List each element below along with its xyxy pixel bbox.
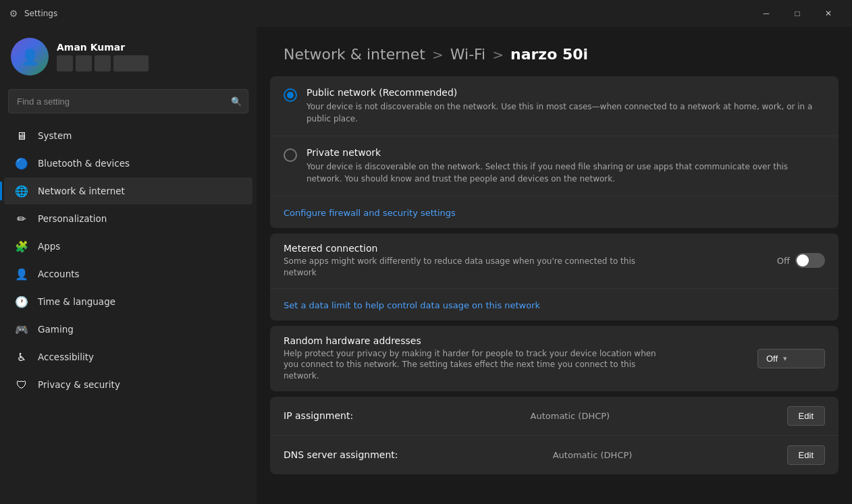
metered-desc: Some apps might work differently to redu… (284, 256, 662, 279)
sidebar-item-bluetooth[interactable]: 🔵 Bluetooth & devices (4, 150, 252, 177)
ip-section: IP assignment: Automatic (DHCP) Edit DNS… (270, 397, 838, 474)
breadcrumb-sep-2: > (492, 47, 504, 63)
sidebar-item-privacy[interactable]: 🛡 Privacy & security (4, 371, 252, 398)
private-network-title: Private network (307, 147, 825, 158)
sidebar-label-network: Network & internet (38, 186, 125, 196)
nav-list: 🖥 System 🔵 Bluetooth & devices 🌐 Network… (0, 121, 257, 399)
metered-toggle[interactable] (795, 253, 825, 268)
sidebar-item-gaming[interactable]: 🎮 Gaming (4, 316, 252, 343)
metered-section: Metered connection Some apps might work … (270, 233, 838, 320)
ip-assignment-label: IP assignment: (284, 410, 353, 421)
private-network-text: Private network Your device is discovera… (307, 147, 825, 185)
user-dot-wide (113, 55, 149, 72)
sidebar-label-accessibility: Accessibility (38, 352, 94, 362)
ip-assignment-row: IP assignment: Automatic (DHCP) Edit (270, 397, 838, 436)
search-input[interactable] (8, 89, 248, 113)
breadcrumb: Network & internet > Wi-Fi > narzo 50i (257, 27, 852, 76)
bluetooth-icon: 🔵 (15, 157, 28, 170)
user-dots (57, 55, 149, 72)
public-network-title: Public network (Recommended) (307, 87, 825, 98)
metered-toggle-label: Off (777, 256, 790, 266)
avatar-image: 👤 (11, 38, 49, 76)
ip-assignment-edit-button[interactable]: Edit (787, 406, 825, 426)
sidebar-item-apps[interactable]: 🧩 Apps (4, 233, 252, 260)
main-layout: 👤 Aman Kumar 🔍 🖥 System 🔵 Bluetooth & de… (0, 27, 852, 504)
random-hardware-value: Off (766, 354, 778, 364)
user-info: Aman Kumar (57, 42, 149, 72)
breadcrumb-network: Network & internet (284, 46, 425, 63)
public-radio-button[interactable] (284, 88, 297, 102)
random-hardware-row: Random hardware addresses Help protect y… (270, 326, 838, 391)
sidebar: 👤 Aman Kumar 🔍 🖥 System 🔵 Bluetooth & de… (0, 27, 257, 504)
network-icon: 🌐 (15, 184, 28, 198)
private-network-option[interactable]: Private network Your device is discovera… (270, 136, 838, 196)
network-type-section: Public network (Recommended) Your device… (270, 76, 838, 228)
avatar: 👤 (11, 38, 49, 76)
chevron-down-icon: ▾ (783, 354, 787, 363)
window-title: Settings (24, 9, 751, 18)
breadcrumb-current: narzo 50i (510, 46, 588, 63)
sidebar-label-accounts: Accounts (38, 269, 80, 279)
dns-assignment-label: DNS server assignment: (284, 449, 398, 460)
configure-firewall-link[interactable]: Configure firewall and security settings (284, 208, 456, 218)
sidebar-item-accessibility[interactable]: ♿ Accessibility (4, 343, 252, 370)
ip-assignment-value: Automatic (DHCP) (353, 411, 787, 421)
random-hardware-section: Random hardware addresses Help protect y… (270, 326, 838, 391)
sidebar-label-bluetooth: Bluetooth & devices (38, 158, 130, 169)
user-name: Aman Kumar (57, 42, 149, 53)
sidebar-label-privacy: Privacy & security (38, 379, 120, 390)
toggle-knob (797, 254, 809, 267)
sidebar-label-apps: Apps (38, 241, 60, 252)
breadcrumb-wifi: Wi-Fi (450, 46, 486, 63)
public-network-option[interactable]: Public network (Recommended) Your device… (270, 76, 838, 136)
metered-title: Metered connection (284, 243, 662, 254)
sidebar-item-accounts[interactable]: 👤 Accounts (4, 260, 252, 287)
window-controls: ─ □ ✕ (751, 3, 844, 24)
public-network-text: Public network (Recommended) Your device… (307, 87, 825, 125)
title-bar: ⚙ Settings ─ □ ✕ (0, 0, 852, 27)
random-hardware-desc: Help protect your privacy by making it h… (284, 348, 662, 382)
private-radio-button[interactable] (284, 148, 297, 162)
dns-assignment-row: DNS server assignment: Automatic (DHCP) … (270, 436, 838, 474)
user-dot-1 (57, 55, 73, 72)
search-box: 🔍 (8, 89, 248, 113)
sidebar-item-personalization[interactable]: ✏ Personalization (4, 205, 252, 232)
personalization-icon: ✏ (15, 212, 28, 225)
sidebar-label-personalization: Personalization (38, 213, 107, 224)
metered-setting-row: Metered connection Some apps might work … (270, 233, 838, 289)
sidebar-label-gaming: Gaming (38, 324, 74, 335)
data-limit-link[interactable]: Set a data limit to help control data us… (284, 300, 540, 310)
dns-assignment-edit-button[interactable]: Edit (787, 445, 825, 465)
data-limit-link-row: Set a data limit to help control data us… (270, 289, 838, 320)
minimize-button[interactable]: ─ (751, 3, 782, 24)
user-dot-2 (76, 55, 92, 72)
maximize-button[interactable]: □ (782, 3, 813, 24)
private-network-desc: Your device is discoverable on the netwo… (307, 161, 825, 185)
dns-assignment-value: Automatic (DHCP) (398, 450, 787, 460)
gaming-icon: 🎮 (15, 323, 28, 336)
random-hardware-dropdown[interactable]: Off ▾ (757, 349, 825, 368)
firewall-link-row: Configure firewall and security settings (270, 196, 838, 228)
metered-toggle-wrap: Off (777, 253, 825, 268)
content-area: Network & internet > Wi-Fi > narzo 50i P… (257, 27, 852, 504)
random-hardware-left: Random hardware addresses Help protect y… (284, 335, 662, 382)
breadcrumb-sep-1: > (432, 47, 444, 63)
user-profile: 👤 Aman Kumar (0, 27, 257, 84)
accessibility-icon: ♿ (15, 350, 28, 364)
time-icon: 🕐 (15, 295, 28, 308)
privacy-icon: 🛡 (15, 378, 28, 391)
settings-icon: ⚙ (8, 8, 19, 19)
sidebar-item-network[interactable]: 🌐 Network & internet (4, 177, 252, 204)
sidebar-label-system: System (38, 130, 72, 141)
close-button[interactable]: ✕ (813, 3, 844, 24)
sidebar-item-system[interactable]: 🖥 System (4, 122, 252, 149)
sidebar-label-time: Time & language (38, 296, 115, 307)
random-hardware-title: Random hardware addresses (284, 335, 662, 346)
user-dot-3 (95, 55, 111, 72)
metered-setting-left: Metered connection Some apps might work … (284, 243, 662, 279)
search-icon: 🔍 (231, 96, 242, 107)
apps-icon: 🧩 (15, 240, 28, 253)
sidebar-item-time[interactable]: 🕐 Time & language (4, 288, 252, 315)
system-icon: 🖥 (15, 129, 28, 142)
accounts-icon: 👤 (15, 267, 28, 281)
